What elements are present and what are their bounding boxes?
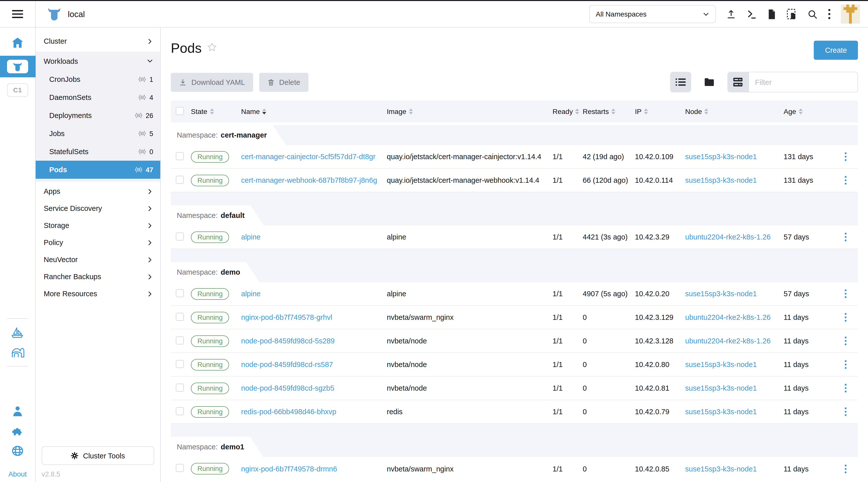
node-link[interactable]: suse15sp3-k3s-node1: [685, 153, 757, 161]
pod-name-link[interactable]: redis-pod-66bb498d46-bhxvp: [241, 408, 336, 416]
column-header-restarts[interactable]: Restarts: [583, 107, 635, 116]
kubectl-shell-button[interactable]: [746, 9, 757, 19]
column-header-image[interactable]: Image: [387, 107, 553, 116]
import-yaml-button[interactable]: [726, 9, 736, 19]
pod-name-link[interactable]: node-pod-8459fd98cd-sgzb5: [241, 384, 334, 392]
sidebar-item-statefulsets[interactable]: StatefulSets0: [36, 142, 160, 161]
node-link[interactable]: suse15sp3-k3s-node1: [685, 290, 757, 298]
select-all-checkbox[interactable]: [176, 107, 184, 115]
pod-name-link[interactable]: cert-manager-cainjector-5cf5f57dd7-dt8gr: [241, 153, 375, 161]
node-link[interactable]: ubuntu2204-rke2-k8s-1.26: [685, 337, 771, 345]
sidebar-item-deployments[interactable]: Deployments26: [36, 106, 160, 125]
harvester-icon[interactable]: [11, 347, 24, 358]
node-link[interactable]: suse15sp3-k3s-node1: [685, 408, 757, 416]
node-link[interactable]: ubuntu2204-rke2-k8s-1.26: [685, 233, 771, 241]
pod-name-link[interactable]: node-pod-8459fd98cd-rs587: [241, 360, 333, 368]
column-header-ready[interactable]: Ready: [553, 107, 583, 116]
row-actions-menu-button[interactable]: [838, 404, 853, 419]
grouped-view-button[interactable]: [727, 72, 748, 92]
user-avatar[interactable]: [841, 4, 860, 24]
pod-name-link[interactable]: node-pod-8459fd98cd-5s289: [241, 337, 335, 345]
download-kubeconfig-file-button[interactable]: [767, 9, 777, 19]
delete-button[interactable]: Delete: [259, 72, 308, 92]
pod-name-link[interactable]: nginx-pod-6b7f749578-grhvl: [241, 313, 332, 321]
about-link[interactable]: About: [8, 470, 27, 478]
sidebar-item-more-resources[interactable]: More Resources: [36, 285, 160, 302]
node-link[interactable]: suse15sp3-k3s-node1: [685, 360, 757, 368]
create-button[interactable]: Create: [814, 41, 858, 60]
pod-name-link[interactable]: alpine: [241, 290, 260, 298]
row-actions-menu-button[interactable]: [838, 357, 853, 372]
sidebar-item-storage[interactable]: Storage: [36, 217, 160, 234]
row-actions-menu-button[interactable]: [838, 173, 853, 188]
pod-name-link[interactable]: alpine: [241, 233, 260, 241]
ip-cell: 10.42.0.81: [635, 384, 685, 392]
fleet-icon[interactable]: [11, 327, 24, 339]
home-icon[interactable]: [11, 34, 24, 52]
row-checkbox[interactable]: [176, 360, 184, 368]
state-cell: Running: [191, 359, 241, 370]
row-checkbox[interactable]: [176, 232, 184, 240]
rail-cluster-local[interactable]: [0, 56, 35, 77]
node-link[interactable]: suse15sp3-k3s-node1: [685, 384, 757, 392]
globe-icon[interactable]: [11, 445, 24, 457]
row-checkbox[interactable]: [176, 289, 184, 297]
pod-name-link[interactable]: cert-manager-webhook-687b7f8b97-j8n6g: [241, 176, 377, 184]
row-checkbox[interactable]: [176, 336, 184, 344]
namespace-filter-select[interactable]: All Namespaces: [589, 5, 716, 23]
column-header-age[interactable]: Age: [784, 107, 838, 116]
sidebar-item-workloads[interactable]: Workloads: [36, 52, 160, 70]
resource-count-value: 0: [149, 148, 153, 155]
resource-count: 5: [138, 130, 153, 137]
sidebar-item-policy[interactable]: Policy: [36, 234, 160, 251]
sidebar-item-apps[interactable]: Apps: [36, 183, 160, 200]
sidebar-item-service-discovery[interactable]: Service Discovery: [36, 200, 160, 217]
row-actions-menu-button[interactable]: [838, 286, 853, 301]
row-checkbox[interactable]: [176, 313, 184, 321]
list-view-button[interactable]: [670, 72, 691, 92]
node-link[interactable]: suse15sp3-k3s-node1: [685, 176, 757, 184]
sidebar-item-daemonsets[interactable]: DaemonSets4: [36, 88, 160, 106]
favorite-star-icon[interactable]: [207, 42, 217, 52]
state-cell: Running: [191, 174, 241, 186]
sidebar-item-label: CronJobs: [49, 75, 81, 83]
folder-view-button[interactable]: [699, 72, 720, 92]
row-actions-menu-button[interactable]: [838, 310, 853, 325]
column-header-ip[interactable]: IP: [635, 107, 685, 116]
search-icon[interactable]: [807, 9, 818, 19]
column-header-state[interactable]: State: [191, 107, 241, 116]
row-checkbox[interactable]: [176, 407, 184, 415]
copy-kubeconfig-button[interactable]: [786, 8, 797, 20]
row-actions-menu-button[interactable]: [838, 461, 853, 476]
node-cell: suse15sp3-k3s-node1: [685, 176, 784, 184]
row-checkbox[interactable]: [176, 464, 184, 472]
row-checkbox[interactable]: [176, 152, 184, 160]
cluster-tools-button[interactable]: Cluster Tools: [42, 446, 154, 465]
sidebar-item-jobs[interactable]: Jobs5: [36, 125, 160, 142]
filter-input[interactable]: [748, 72, 858, 92]
rail-cluster-c1[interactable]: C1: [7, 83, 28, 97]
sidebar-item-cronjobs[interactable]: CronJobs1: [36, 70, 160, 88]
sidebar-item-rancher-backups[interactable]: Rancher Backups: [36, 268, 160, 285]
count-badge-icon: [135, 167, 143, 173]
column-header-node[interactable]: Node: [685, 107, 784, 116]
pod-name-link[interactable]: nginx-pod-6b7f749578-drmn6: [241, 465, 337, 473]
row-actions-menu-button[interactable]: [838, 333, 853, 348]
download-yaml-button[interactable]: Download YAML: [171, 72, 253, 92]
sidebar-item-neuvector[interactable]: NeuVector: [36, 251, 160, 268]
kebab-menu-icon[interactable]: [828, 8, 831, 20]
sort-down-icon: [210, 112, 214, 115]
extensions-icon[interactable]: [11, 425, 24, 437]
node-link[interactable]: suse15sp3-k3s-node1: [685, 465, 757, 473]
sidebar-item-cluster[interactable]: Cluster: [36, 33, 160, 50]
row-actions-menu-button[interactable]: [838, 381, 853, 396]
row-checkbox[interactable]: [176, 175, 184, 184]
row-checkbox[interactable]: [176, 383, 184, 391]
row-actions-menu-button[interactable]: [838, 229, 853, 245]
column-header-name[interactable]: Name: [241, 107, 387, 116]
user-icon[interactable]: [11, 406, 24, 417]
main-menu-button[interactable]: [0, 1, 36, 27]
node-link[interactable]: ubuntu2204-rke2-k8s-1.26: [685, 313, 771, 321]
sidebar-item-pods[interactable]: Pods47: [36, 161, 160, 179]
row-actions-menu-button[interactable]: [838, 149, 853, 164]
